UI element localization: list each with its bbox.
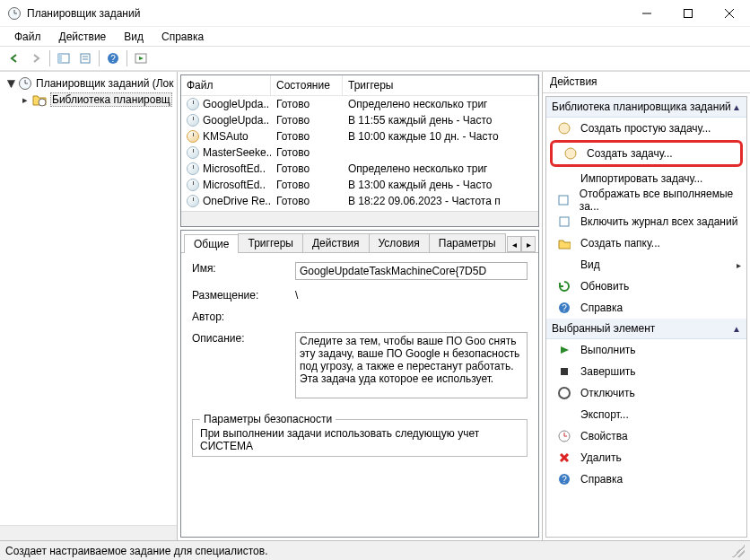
action-label: Создать папку... — [580, 237, 660, 249]
task-name: KMSAuto — [203, 130, 249, 143]
tree-body[interactable]: ⯆ Планировщик заданий (Лок ▸ Библиотека … — [0, 72, 177, 525]
action-label: Выполнить — [580, 344, 636, 356]
security-account: СИСТЕМА — [200, 440, 519, 452]
detail-pane: Общие Триггеры Действия Условия Параметр… — [180, 230, 539, 538]
clock-icon — [187, 98, 199, 110]
status-text: Создает настраиваемое задание для специа… — [5, 545, 268, 557]
task-row[interactable]: KMSAutoГотовоВ 10:00 каждые 10 дн. - Час… — [181, 128, 538, 144]
horizontal-scrollbar[interactable] — [181, 211, 538, 226]
action-item[interactable]: Завершить — [546, 361, 746, 382]
action-item[interactable]: Вид▸ — [546, 254, 746, 276]
action-label: Обновить — [580, 280, 629, 293]
action-item[interactable]: Свойства — [546, 425, 746, 447]
menu-action[interactable]: Действие — [50, 29, 116, 45]
clock-icon — [187, 179, 199, 191]
action-item[interactable]: Выполнить — [546, 339, 746, 361]
expander-icon[interactable]: ⯆ — [5, 78, 16, 89]
task-row[interactable]: GoogleUpda..ГотовоВ 11:55 каждый день - … — [181, 112, 538, 128]
task-list-header: Файл Состояние Триггеры — [181, 75, 538, 96]
action-item[interactable]: Создать простую задачу... — [546, 118, 746, 139]
actions-pane: Действия Библиотека планировщика заданий… — [542, 72, 750, 540]
action-item[interactable]: Создать папку... — [546, 232, 746, 254]
folder-clock-icon — [32, 92, 47, 107]
task-trigger: В 11:55 каждый день - Часто — [343, 114, 538, 127]
task-list-body[interactable]: GoogleUpda..ГотовоОпределено несколько т… — [181, 96, 538, 211]
show-hide-tree-button[interactable] — [54, 48, 74, 68]
tab-scroll-right[interactable]: ▸ — [521, 236, 536, 252]
tab-scroll-left[interactable]: ◂ — [507, 236, 521, 252]
task-row[interactable]: MicrosoftEd..ГотовоОпределено несколько … — [181, 161, 538, 177]
action-icon — [563, 146, 578, 161]
tab-general[interactable]: Общие — [184, 234, 239, 253]
actions-section-header[interactable]: Выбранный элемент▲ — [546, 319, 746, 339]
column-state[interactable]: Состояние — [271, 75, 343, 95]
task-name: MicrosoftEd.. — [203, 179, 266, 191]
action-item[interactable]: Отключить — [546, 382, 746, 404]
svg-text:?: ? — [562, 303, 567, 313]
menu-file[interactable]: Файл — [5, 29, 50, 45]
column-trigger[interactable]: Триггеры — [343, 75, 538, 95]
tab-triggers[interactable]: Триггеры — [238, 233, 303, 252]
back-button[interactable] — [4, 48, 24, 68]
action-item[interactable]: Создать задачу... — [550, 140, 743, 167]
action-item[interactable]: Импортировать задачу... — [546, 168, 746, 189]
action-label: Создать простую задачу... — [580, 122, 711, 135]
action-item[interactable]: Удалить — [546, 447, 746, 468]
svg-text:?: ? — [110, 54, 116, 64]
action-item[interactable]: ?Справка — [546, 468, 746, 490]
action-icon — [557, 171, 571, 186]
maximize-button[interactable] — [667, 0, 709, 26]
svg-rect-8 — [58, 54, 62, 63]
tab-conditions[interactable]: Условия — [369, 233, 430, 252]
actions-section-header[interactable]: Библиотека планировщика заданий▲ — [546, 97, 746, 118]
close-button[interactable] — [709, 0, 750, 26]
statusbar: Создает настраиваемое задание для специа… — [0, 540, 750, 560]
task-row[interactable]: GoogleUpda..ГотовоОпределено несколько т… — [181, 96, 538, 112]
horizontal-scrollbar[interactable] — [0, 525, 177, 540]
security-legend: Параметры безопасности — [200, 413, 336, 425]
task-state: Готово — [271, 195, 343, 207]
minimize-button[interactable] — [626, 0, 667, 26]
resize-grip[interactable] — [732, 545, 745, 557]
forward-button[interactable] — [26, 48, 46, 68]
center-pane: Файл Состояние Триггеры GoogleUpda..Гото… — [178, 72, 542, 540]
security-line1: При выполнении задачи использовать следу… — [200, 427, 519, 440]
tree-root[interactable]: ⯆ Планировщик заданий (Лок — [2, 75, 177, 92]
task-row[interactable]: MicrosoftEd..ГотовоВ 13:00 каждый день -… — [181, 177, 538, 193]
action-icon — [557, 193, 571, 207]
svg-rect-9 — [81, 54, 90, 63]
action-item[interactable]: Экспорт... — [546, 404, 746, 425]
tree-pane: ⯆ Планировщик заданий (Лок ▸ Библиотека … — [0, 72, 178, 540]
tree-child-label: Библиотека планировщ — [50, 92, 172, 107]
properties-button[interactable] — [75, 48, 95, 68]
action-item[interactable]: Включить журнал всех заданий — [546, 211, 746, 232]
action-label: Завершить — [580, 365, 636, 378]
action-icon — [557, 214, 571, 229]
svg-point-20 — [565, 148, 576, 159]
action-icon — [557, 451, 571, 465]
tab-settings[interactable]: Параметры — [429, 233, 506, 252]
expander-icon[interactable]: ▸ — [20, 94, 31, 105]
action-item[interactable]: ?Справка — [546, 297, 746, 319]
clock-icon — [187, 195, 199, 207]
action-item[interactable]: Отображать все выполняемые за... — [546, 189, 746, 211]
column-file[interactable]: Файл — [181, 75, 271, 95]
task-trigger: В 10:00 каждые 10 дн. - Часто — [343, 130, 538, 143]
tab-actions[interactable]: Действия — [302, 233, 370, 252]
menu-view[interactable]: Вид — [115, 29, 153, 45]
task-row[interactable]: MasterSeeke..Готово — [181, 144, 538, 161]
tree-child-library[interactable]: ▸ Библиотека планировщ — [2, 92, 177, 108]
name-input[interactable] — [295, 262, 528, 280]
help-button[interactable]: ? — [103, 48, 123, 68]
task-name: MicrosoftEd.. — [203, 162, 266, 175]
task-state: Готово — [271, 146, 343, 159]
task-trigger: В 18:22 09.06.2023 - Частота п — [343, 195, 538, 207]
description-textarea[interactable] — [295, 332, 528, 398]
action-item[interactable]: Обновить — [546, 276, 746, 297]
task-row[interactable]: OneDrive Re..ГотовоВ 18:22 09.06.2023 - … — [181, 193, 538, 209]
action-icon — [557, 386, 571, 400]
run-button[interactable] — [131, 48, 151, 68]
menu-help[interactable]: Справка — [153, 29, 213, 45]
action-label: Удалить — [580, 451, 622, 464]
task-name: MasterSeeke.. — [203, 146, 271, 159]
